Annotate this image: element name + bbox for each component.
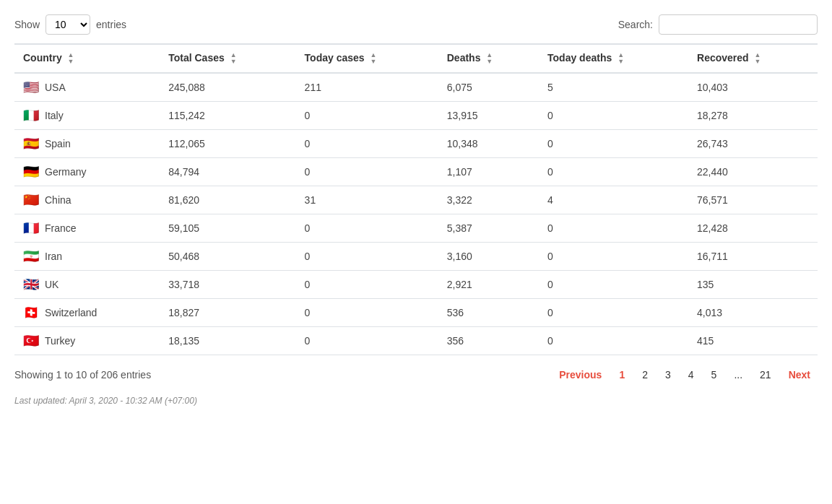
cell-total-cases: 84,794 [160, 158, 295, 186]
cell-today-deaths: 4 [539, 186, 688, 214]
table-row: 🇨🇳 China 81,620 31 3,322 4 76,571 [14, 186, 818, 214]
country-name: UK [45, 279, 58, 290]
sort-arrows-total-cases: ▲▼ [230, 52, 237, 65]
cell-country: 🇪🇸 Spain [14, 130, 160, 158]
col-country[interactable]: Country ▲▼ [14, 44, 160, 73]
cell-recovered: 135 [688, 271, 818, 299]
table-row: 🇹🇷 Turkey 18,135 0 356 0 415 [14, 327, 818, 355]
table-row: 🇩🇪 Germany 84,794 0 1,107 0 22,440 [14, 158, 818, 186]
cell-deaths: 1,107 [438, 158, 539, 186]
cell-country: 🇨🇳 China [14, 186, 160, 214]
entries-select[interactable]: 10 25 50 100 [46, 14, 90, 35]
cell-today-deaths: 0 [539, 130, 688, 158]
table-header: Country ▲▼ Total Cases ▲▼ Today cases ▲▼… [14, 44, 818, 73]
cell-total-cases: 59,105 [160, 214, 295, 243]
cell-deaths: 536 [438, 299, 539, 327]
cell-today-deaths: 0 [539, 299, 688, 327]
cell-today-cases: 0 [296, 102, 438, 130]
cell-country: 🇬🇧 UK [14, 271, 160, 299]
header-row: Country ▲▼ Total Cases ▲▼ Today cases ▲▼… [14, 44, 818, 73]
cell-today-cases: 0 [296, 214, 438, 243]
cell-total-cases: 33,718 [160, 271, 295, 299]
cell-total-cases: 18,135 [160, 327, 295, 355]
table-row: 🇨🇭 Switzerland 18,827 0 536 0 4,013 [14, 299, 818, 327]
previous-button[interactable]: Previous [552, 365, 609, 384]
cell-today-cases: 0 [296, 271, 438, 299]
flag-icon: 🇨🇭 [23, 306, 39, 319]
flag-icon: 🇮🇹 [23, 109, 39, 122]
cell-today-deaths: 0 [539, 271, 688, 299]
page-4[interactable]: 4 [681, 365, 701, 384]
cell-today-deaths: 0 [539, 327, 688, 355]
cell-deaths: 6,075 [438, 73, 539, 102]
table-row: 🇮🇷 Iran 50,468 0 3,160 0 16,711 [14, 243, 818, 271]
search-input[interactable] [659, 14, 818, 35]
page-2[interactable]: 2 [635, 365, 655, 384]
last-updated: Last updated: April 3, 2020 - 10:32 AM (… [14, 396, 818, 406]
col-deaths[interactable]: Deaths ▲▼ [438, 44, 539, 73]
cell-today-cases: 0 [296, 130, 438, 158]
cell-today-cases: 0 [296, 299, 438, 327]
country-name: Turkey [45, 335, 75, 347]
cell-deaths: 10,348 [438, 130, 539, 158]
page-1[interactable]: 1 [612, 365, 632, 384]
page-3[interactable]: 3 [658, 365, 678, 384]
table-row: 🇫🇷 France 59,105 0 5,387 0 12,428 [14, 214, 818, 243]
cell-country: 🇨🇭 Switzerland [14, 299, 160, 327]
page-ellipsis: ... [727, 365, 750, 384]
col-total-cases[interactable]: Total Cases ▲▼ [160, 44, 295, 73]
cell-recovered: 415 [688, 327, 818, 355]
showing-text: Showing 1 to 10 of 206 entries [14, 369, 151, 381]
col-today-cases[interactable]: Today cases ▲▼ [296, 44, 438, 73]
table-body: 🇺🇸 USA 245,088 211 6,075 5 10,403 🇮🇹 Ita… [14, 73, 818, 355]
cell-total-cases: 112,065 [160, 130, 295, 158]
cell-total-cases: 245,088 [160, 73, 295, 102]
cell-recovered: 76,571 [688, 186, 818, 214]
flag-icon: 🇩🇪 [23, 165, 39, 178]
cell-recovered: 26,743 [688, 130, 818, 158]
country-name: Italy [45, 110, 64, 121]
cell-deaths: 3,160 [438, 243, 539, 271]
flag-icon: 🇫🇷 [23, 222, 39, 235]
cell-today-cases: 0 [296, 327, 438, 355]
next-button[interactable]: Next [781, 365, 818, 384]
cell-country: 🇮🇷 Iran [14, 243, 160, 271]
cell-deaths: 13,915 [438, 102, 539, 130]
cell-country: 🇩🇪 Germany [14, 158, 160, 186]
cell-today-cases: 0 [296, 243, 438, 271]
cell-total-cases: 18,827 [160, 299, 295, 327]
col-today-deaths[interactable]: Today deaths ▲▼ [539, 44, 688, 73]
page-5[interactable]: 5 [704, 365, 724, 384]
cell-country: 🇫🇷 France [14, 214, 160, 243]
sort-arrows-deaths: ▲▼ [486, 52, 493, 65]
cell-recovered: 4,013 [688, 299, 818, 327]
country-name: Spain [45, 138, 71, 149]
country-name: Switzerland [45, 307, 97, 318]
cell-deaths: 3,322 [438, 186, 539, 214]
cell-today-deaths: 0 [539, 243, 688, 271]
flag-icon: 🇮🇷 [23, 250, 39, 263]
sort-arrows-country: ▲▼ [68, 52, 74, 65]
cell-deaths: 5,387 [438, 214, 539, 243]
col-recovered[interactable]: Recovered ▲▼ [688, 44, 818, 73]
cell-recovered: 18,278 [688, 102, 818, 130]
entries-label: entries [96, 19, 126, 30]
cell-total-cases: 115,242 [160, 102, 295, 130]
flag-icon: 🇨🇳 [23, 194, 39, 207]
search-label: Search: [618, 19, 653, 30]
table-row: 🇬🇧 UK 33,718 0 2,921 0 135 [14, 271, 818, 299]
flag-icon: 🇬🇧 [23, 278, 39, 291]
cell-total-cases: 50,468 [160, 243, 295, 271]
data-table: Country ▲▼ Total Cases ▲▼ Today cases ▲▼… [14, 43, 818, 355]
show-entries-group: Show 10 25 50 100 entries [14, 14, 126, 35]
cell-country: 🇮🇹 Italy [14, 102, 160, 130]
bottom-bar: Showing 1 to 10 of 206 entries Previous … [14, 365, 818, 384]
cell-today-cases: 211 [296, 73, 438, 102]
table-row: 🇪🇸 Spain 112,065 0 10,348 0 26,743 [14, 130, 818, 158]
page-21[interactable]: 21 [753, 365, 779, 384]
top-controls: Show 10 25 50 100 entries Search: [14, 14, 818, 35]
cell-recovered: 16,711 [688, 243, 818, 271]
flag-icon: 🇪🇸 [23, 137, 39, 150]
table-row: 🇺🇸 USA 245,088 211 6,075 5 10,403 [14, 73, 818, 102]
country-name: Iran [45, 251, 62, 262]
